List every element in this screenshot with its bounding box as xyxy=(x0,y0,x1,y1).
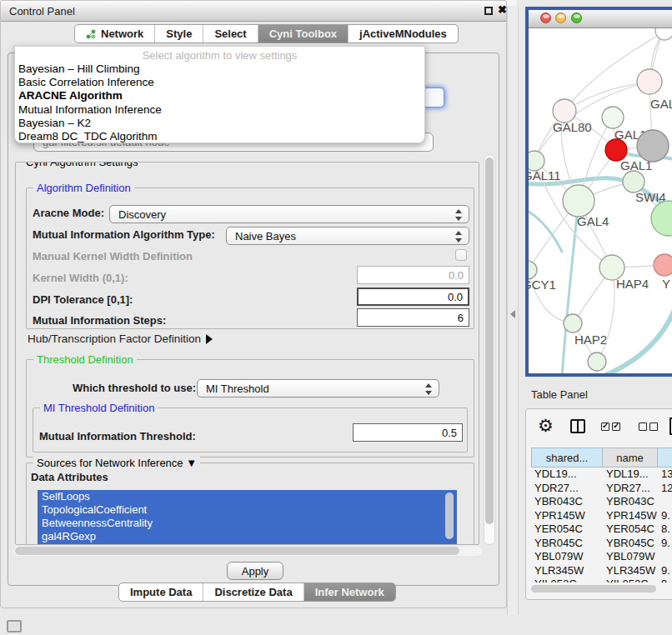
table-row[interactable]: YER054CYER054C8. xyxy=(531,522,672,537)
select-all-icon[interactable] xyxy=(601,422,620,431)
algorithm-option-mutual-information-inference[interactable]: Mutual Information Inference xyxy=(15,103,424,117)
dpi-tolerance-input[interactable]: 0.0 xyxy=(357,288,469,306)
data-attributes-list[interactable]: SelfLoopsTopologicalCoefficientBetweenne… xyxy=(38,490,457,545)
table-cell: YIL052C xyxy=(531,578,603,582)
mi-steps-input[interactable]: 6 xyxy=(357,308,469,327)
column-header-clipped[interactable] xyxy=(658,448,672,468)
scrollbar-thumb[interactable] xyxy=(15,547,459,555)
network-node-gal4[interactable] xyxy=(563,185,594,217)
close-icon[interactable]: ✖ xyxy=(498,3,507,16)
node-label: GAL11 xyxy=(529,168,561,182)
focused-combobox-fragment[interactable] xyxy=(423,88,444,108)
settings-horizontal-scrollbar[interactable] xyxy=(13,546,482,556)
deselect-all-icon[interactable] xyxy=(639,422,658,431)
attribute-item-betweennesscentrality[interactable]: BetweennessCentrality xyxy=(38,517,457,530)
settings-vertical-scrollbar[interactable] xyxy=(484,154,495,545)
node-label: GAL4 xyxy=(577,214,609,228)
float-window-icon[interactable] xyxy=(484,7,493,15)
settings-gear-icon[interactable]: ⚙ xyxy=(538,416,554,436)
column-header-name[interactable]: name xyxy=(603,448,658,468)
table-cell: 13 xyxy=(658,468,672,482)
mac-close-button[interactable] xyxy=(540,12,551,23)
manual-kernel-label: Manual Kernel Width Definition xyxy=(33,250,193,262)
node-label: HAP4 xyxy=(616,277,649,291)
tab-label: jActiveMNodules xyxy=(359,28,447,40)
network-node[interactable] xyxy=(651,201,672,236)
control-panel-titlebar[interactable]: Control Panel ✖ xyxy=(1,1,506,22)
attribute-list-scrollbar[interactable] xyxy=(445,492,454,539)
table-horizontal-scrollbar[interactable] xyxy=(529,584,672,593)
aracne-mode-value: Discovery xyxy=(118,208,166,221)
hub-definition-toggle[interactable]: Hub/Transcription Factor Definition xyxy=(28,332,213,345)
algorithm-option-dream8-dc-tdc-algorithm[interactable]: Dream8 DC_TDC Algorithm xyxy=(15,130,424,143)
data-attributes-label: Data Attributes xyxy=(31,471,108,483)
network-node[interactable] xyxy=(655,28,672,40)
network-node-gal[interactable] xyxy=(637,69,662,94)
table-row[interactable]: YBL079WYBL079W xyxy=(531,550,672,564)
network-window-titlebar[interactable] xyxy=(529,10,672,28)
network-node-gal80[interactable] xyxy=(553,99,576,122)
table-row[interactable]: YBR043CYBR043C xyxy=(531,495,672,509)
network-canvas[interactable]: GALGAL80GAL10GAL1GAL11SWI4GAL4GCY1HAP4YH… xyxy=(529,28,672,373)
network-edge[interactable] xyxy=(597,268,614,362)
algorithm-option-aracne-algorithm[interactable]: ARACNE Algorithm xyxy=(15,89,424,102)
mac-zoom-button[interactable] xyxy=(571,12,582,23)
network-icon xyxy=(86,29,96,39)
network-edge[interactable] xyxy=(562,201,579,373)
collapsed-panel-icon[interactable] xyxy=(7,620,22,632)
tab-infer-network[interactable]: Infer Network xyxy=(303,583,395,601)
sources-title[interactable]: Sources for Network Inference ▼ xyxy=(33,457,200,469)
tab-jactivemnodules[interactable]: jActiveMNodules xyxy=(348,25,458,42)
collapse-left-icon[interactable] xyxy=(510,310,515,318)
table-row[interactable]: YDR27...YDR27...12 xyxy=(531,482,672,496)
dropdown-placeholder: Select algorithm to view settings xyxy=(15,48,424,62)
network-view-window: GALGAL80GAL10GAL1GAL11SWI4GAL4GCY1HAP4YH… xyxy=(525,7,672,377)
network-node[interactable] xyxy=(588,352,606,371)
table-row[interactable]: YDL19...YDL19...13 xyxy=(531,468,672,482)
attribute-item-topologicalcoefficient[interactable]: TopologicalCoefficient xyxy=(38,503,457,517)
table-cell: 12 xyxy=(658,482,672,496)
tab-cyni-toolbox[interactable]: Cyni Toolbox xyxy=(258,25,348,42)
tab-network[interactable]: Network xyxy=(75,25,154,42)
algorithm-option-bayesian-k2[interactable]: Bayesian – K2 xyxy=(15,117,424,130)
apply-button[interactable]: Apply xyxy=(227,562,283,580)
network-node[interactable] xyxy=(637,130,669,162)
panel-splitter[interactable] xyxy=(507,7,519,615)
tab-style[interactable]: Style xyxy=(154,25,203,42)
column-layout-icon[interactable] xyxy=(570,419,585,433)
dpi-tolerance-label: DPI Tolerance [0,1]: xyxy=(33,293,133,306)
table-cell: YDL19... xyxy=(531,468,603,482)
network-node-hap2[interactable] xyxy=(564,314,582,332)
algorithm-option-list: Bayesian – Hill ClimbingBasic Correlatio… xyxy=(15,62,424,143)
algorithm-option-bayesian-hill-climbing[interactable]: Bayesian – Hill Climbing xyxy=(15,62,424,76)
aracne-mode-combobox[interactable]: Discovery xyxy=(109,205,469,223)
table-row[interactable]: YIL052CYIL052C9 xyxy=(531,578,672,582)
column-header-shared[interactable]: shared... xyxy=(531,448,603,468)
algorithm-option-basic-correlation-inference[interactable]: Basic Correlation Inference xyxy=(15,76,424,89)
node-label: HAP2 xyxy=(574,332,607,347)
mi-type-combobox[interactable]: Naive Bayes xyxy=(226,227,469,245)
algorithm-dropdown[interactable]: Select algorithm to view settings Bayesi… xyxy=(14,46,425,143)
mac-minimize-button[interactable] xyxy=(555,12,566,23)
combo-stepper-icon xyxy=(455,209,462,221)
table-row[interactable]: YPR145WYPR145W9. xyxy=(531,509,672,523)
attribute-item-selfloops[interactable]: SelfLoops xyxy=(38,490,457,503)
tab-discretize-data[interactable]: Discretize Data xyxy=(203,583,303,601)
table-row[interactable]: YLR345WYLR345W9. xyxy=(531,564,672,578)
table-row[interactable]: YBR045CYBR045C9. xyxy=(531,537,672,551)
tab-label: Style xyxy=(166,28,192,40)
manual-kernel-checkbox[interactable] xyxy=(455,249,467,261)
network-node-gal10[interactable] xyxy=(602,107,624,128)
table-body: YDL19...YDL19...13YDR27...YDR27...12YBR0… xyxy=(531,468,672,582)
which-threshold-combobox[interactable]: MI Threshold xyxy=(197,379,439,398)
kernel-width-input[interactable]: 0.0 xyxy=(357,266,469,284)
mi-threshold-input[interactable]: 0.5 xyxy=(353,423,463,442)
network-edge[interactable] xyxy=(534,82,649,161)
attribute-item-gal4rgexp[interactable]: gal4RGexp xyxy=(38,530,457,543)
scrollbar-thumb[interactable] xyxy=(531,585,656,592)
network-node-gcy1[interactable] xyxy=(529,261,537,279)
tab-impute-data[interactable]: Impute Data xyxy=(119,583,203,601)
tab-select[interactable]: Select xyxy=(203,25,257,42)
scrollbar-thumb[interactable] xyxy=(485,158,494,524)
network-node-y[interactable] xyxy=(654,254,672,276)
